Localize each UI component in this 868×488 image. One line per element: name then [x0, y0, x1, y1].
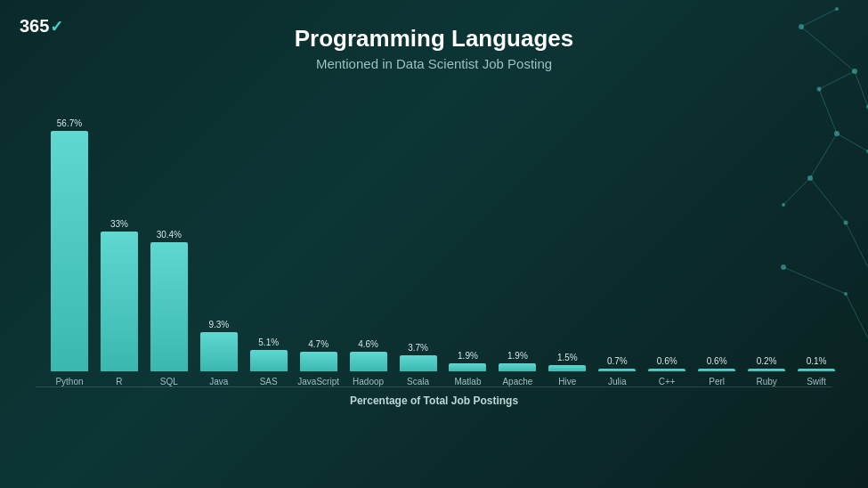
- bar-value-hive: 1.5%: [557, 353, 578, 362]
- bar-group-swift: 0.1%Swift: [791, 356, 841, 386]
- bar-group-perl: 0.6%Perl: [692, 356, 742, 386]
- bar-group-sas: 5.1%SAS: [244, 338, 294, 386]
- bar-group-julia: 0.7%Julia: [592, 356, 642, 386]
- chart-container: Programming Languages Mentioned in Data …: [0, 0, 868, 488]
- bar-hadoop: [350, 352, 387, 371]
- bar-value-sql: 30.4%: [157, 230, 182, 240]
- bar-value-perl: 0.6%: [707, 356, 727, 366]
- bar-label-sas: SAS: [260, 377, 278, 386]
- bar-group-ruby: 0.2%Ruby: [742, 356, 791, 386]
- bar-scala: [400, 355, 437, 371]
- bar-group-matlab: 1.9%Matlab: [443, 351, 493, 386]
- bar-value-hadoop: 4.6%: [358, 339, 378, 349]
- bar-apache: [499, 363, 536, 371]
- bar-group-hadoop: 4.6%Hadoop: [344, 339, 393, 386]
- bar-value-ruby: 0.2%: [757, 356, 777, 366]
- bar-label-python: Python: [55, 377, 83, 386]
- bar-label-java: Java: [209, 377, 228, 386]
- bar-label-perl: Perl: [709, 377, 725, 386]
- bar-javascript: [300, 352, 337, 371]
- bar-r: [101, 232, 138, 371]
- bar-sas: [250, 350, 288, 371]
- bar-value-matlab: 1.9%: [458, 351, 478, 361]
- bar-value-r: 33%: [110, 219, 128, 229]
- bar-group-c++: 0.6%C++: [642, 356, 692, 386]
- bar-group-r: 33%R: [94, 219, 144, 386]
- bar-label-scala: Scala: [407, 377, 429, 386]
- bar-julia: [598, 369, 636, 371]
- bar-value-python: 56.7%: [57, 118, 82, 128]
- bar-label-r: R: [116, 377, 122, 386]
- bar-group-java: 9.3%Java: [194, 320, 244, 386]
- bar-group-sql: 30.4%SQL: [144, 230, 194, 386]
- bar-label-ruby: Ruby: [756, 377, 776, 386]
- bar-label-c++: C++: [659, 377, 676, 386]
- bar-value-c++: 0.6%: [657, 356, 677, 366]
- bar-group-hive: 1.5%Hive: [542, 353, 592, 386]
- bar-ruby: [748, 369, 785, 371]
- bar-java: [200, 332, 238, 371]
- bar-perl: [698, 369, 735, 371]
- baseline: [36, 386, 832, 387]
- bar-value-scala: 3.7%: [408, 343, 428, 353]
- bar-label-apache: Apache: [502, 377, 532, 386]
- bar-value-apache: 1.9%: [507, 351, 528, 361]
- bar-group-javascript: 4.7%JavaScript: [294, 339, 344, 386]
- bar-label-javascript: JavaScript: [297, 377, 339, 386]
- bar-value-sas: 5.1%: [258, 338, 279, 347]
- bar-python: [51, 131, 88, 371]
- x-axis-label: Percentage of Total Job Postings: [350, 394, 518, 407]
- bar-group-apache: 1.9%Apache: [492, 351, 542, 386]
- bar-sql: [150, 242, 188, 371]
- bar-label-hadoop: Hadoop: [353, 377, 384, 386]
- bar-hive: [548, 365, 586, 371]
- bar-value-javascript: 4.7%: [308, 339, 329, 349]
- bar-label-hive: Hive: [558, 377, 576, 386]
- bars-area: 56.7%Python33%R30.4%SQL9.3%Java5.1%SAS4.…: [0, 84, 868, 386]
- bar-matlab: [449, 363, 486, 371]
- bar-label-matlab: Matlab: [454, 377, 481, 386]
- bar-label-swift: Swift: [807, 377, 826, 386]
- bar-value-swift: 0.1%: [807, 356, 827, 366]
- bar-label-julia: Julia: [608, 377, 627, 386]
- bar-c++: [648, 369, 685, 371]
- chart-subtitle: Mentioned in Data Scientist Job Posting: [316, 56, 552, 71]
- bar-group-python: 56.7%Python: [45, 118, 94, 386]
- chart-title: Programming Languages: [295, 25, 574, 53]
- bar-label-sql: SQL: [160, 377, 178, 386]
- bar-value-julia: 0.7%: [607, 356, 628, 366]
- bar-group-scala: 3.7%Scala: [393, 343, 443, 386]
- bar-value-java: 9.3%: [208, 320, 229, 329]
- bar-swift: [798, 369, 835, 371]
